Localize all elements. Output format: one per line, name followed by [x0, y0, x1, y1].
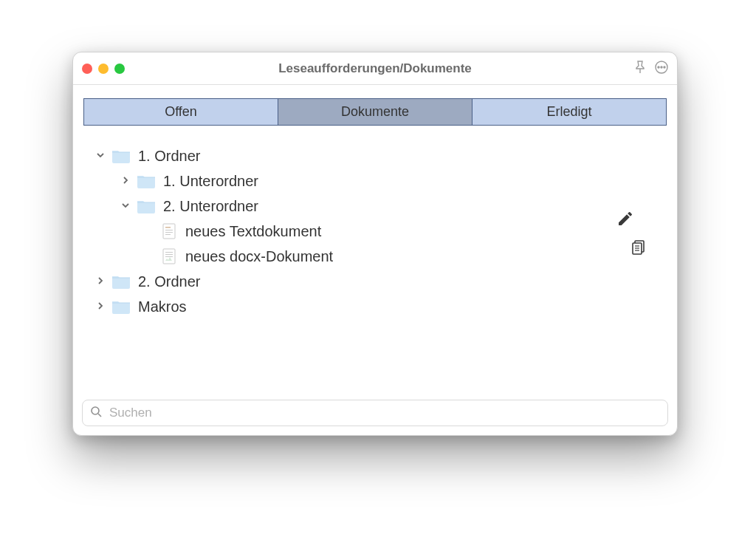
- svg-rect-5: [163, 224, 175, 239]
- chevron-right-icon[interactable]: [94, 301, 107, 312]
- svg-line-20: [98, 414, 101, 417]
- chevron-down-icon[interactable]: [119, 200, 132, 212]
- tree-row-sub1[interactable]: 1. Unterordner: [94, 168, 662, 194]
- chevron-down-icon[interactable]: [94, 150, 107, 162]
- folder-icon: [137, 199, 156, 213]
- tree-label: 1. Unterordner: [163, 173, 258, 190]
- svg-rect-8: [165, 232, 173, 233]
- tab-done[interactable]: Erledigt: [472, 99, 666, 125]
- svg-rect-7: [165, 230, 173, 230]
- folder-icon: [111, 148, 131, 163]
- chevron-right-icon[interactable]: [94, 276, 107, 287]
- search-bar[interactable]: [82, 400, 668, 426]
- search-icon: [90, 406, 102, 420]
- tab-documents[interactable]: Dokumente: [278, 99, 472, 125]
- text-document-icon: [162, 222, 176, 240]
- tree-label: 1. Ordner: [138, 148, 200, 165]
- tree-row-doc1[interactable]: neues Textdokument: [94, 219, 662, 244]
- folder-icon: [111, 274, 131, 289]
- folder-icon: [137, 174, 156, 188]
- tree-label: neues docx-Dokument: [185, 248, 333, 265]
- tree-row-macros[interactable]: Makros: [94, 294, 662, 319]
- tree-row-folder2[interactable]: 2. Ordner: [94, 269, 662, 294]
- tab-open[interactable]: Offen: [84, 99, 278, 125]
- tree-label: neues Textdokument: [185, 223, 321, 240]
- docx-document-icon: [162, 247, 176, 265]
- tree-row-doc2[interactable]: neues docx-Dokument: [94, 244, 662, 269]
- search-input[interactable]: [108, 405, 660, 421]
- window-title: Leseaufforderungen/Dokumente: [73, 61, 677, 76]
- copy-icon[interactable]: [630, 239, 647, 260]
- tree-row-sub2[interactable]: 2. Unterordner: [94, 194, 662, 219]
- svg-rect-6: [165, 227, 171, 228]
- tree-label: 2. Ordner: [138, 273, 200, 290]
- tree-row-folder1[interactable]: 1. Ordner: [94, 143, 662, 168]
- svg-rect-11: [165, 252, 173, 253]
- edit-icon[interactable]: [616, 210, 647, 231]
- row-actions: [616, 210, 647, 260]
- svg-point-19: [92, 407, 99, 414]
- tree-view: 1. Ordner 1. Unterordner 2. Unterordner: [73, 130, 677, 400]
- tree-label: Makros: [138, 298, 187, 315]
- tab-bar: Offen Dokumente Erledigt: [83, 98, 667, 126]
- tree-label: 2. Unterordner: [163, 198, 258, 215]
- svg-rect-13: [165, 256, 173, 257]
- chevron-right-icon[interactable]: [119, 175, 132, 187]
- svg-rect-12: [165, 254, 173, 255]
- svg-rect-9: [165, 234, 171, 235]
- folder-icon: [111, 299, 131, 314]
- window: Leseaufforderungen/Dokumente Offen Dokum…: [72, 52, 678, 436]
- titlebar: Leseaufforderungen/Dokumente: [73, 52, 677, 85]
